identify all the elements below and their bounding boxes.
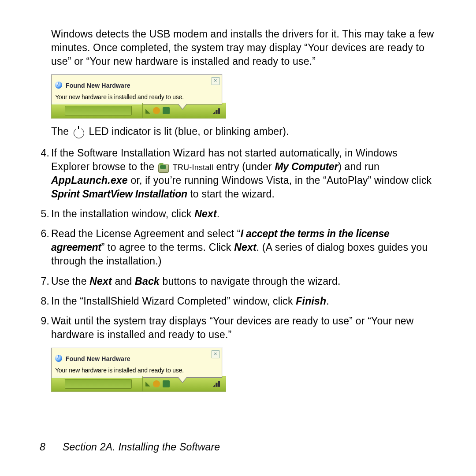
tray-icon [163, 380, 170, 387]
list-item: 4. If the Software Installation Wizard h… [40, 146, 436, 201]
intro-paragraph: Windows detects the USB modem and instal… [51, 27, 436, 68]
taskbar: ◣ [51, 103, 226, 119]
found-hardware-screenshot: × Found New Hardware Your new hardware i… [51, 348, 436, 392]
notification-balloon: × Found New Hardware Your new hardware i… [51, 348, 222, 378]
close-icon[interactable]: × [212, 77, 219, 85]
balloon-title: Found New Hardware [66, 355, 130, 362]
taskbar-app-button [65, 106, 132, 115]
taskbar-clock-area [207, 376, 226, 391]
signal-icon [213, 108, 220, 114]
list-item: 6. Read the License Agreement and select… [40, 227, 436, 268]
taskbar-app-button [65, 379, 132, 389]
close-icon[interactable]: × [212, 350, 219, 358]
led-line: The LED indicator is lit (blue, or blink… [51, 125, 436, 138]
balloon-title: Found New Hardware [66, 82, 130, 89]
list-item: 7. Use the Next and Back buttons to navi… [40, 275, 436, 288]
taskbar: ◣ [51, 376, 226, 392]
balloon-message: Your new hardware is installed and ready… [55, 366, 218, 375]
signal-icon [213, 381, 220, 387]
list-item: 9. Wait until the system tray displays “… [40, 314, 436, 342]
tray-icon: ◣ [145, 379, 150, 388]
page-footer: 8Section 2A. Installing the Software [40, 440, 220, 454]
balloon-message: Your new hardware is installed and ready… [55, 93, 218, 101]
tray-icon [153, 107, 160, 114]
tray-icon: ◣ [145, 107, 150, 115]
notification-balloon: × Found New Hardware Your new hardware i… [51, 74, 222, 104]
taskbar-clock-area [207, 103, 226, 118]
page-number: 8 [40, 440, 63, 454]
info-icon [55, 82, 62, 89]
drive-icon [158, 164, 169, 173]
found-hardware-screenshot: × Found New Hardware Your new hardware i… [51, 74, 436, 119]
tray-icon [163, 107, 170, 114]
system-tray: ◣ [143, 376, 207, 391]
tray-icon [153, 380, 160, 387]
list-item: 5. In the installation window, click Nex… [40, 207, 436, 221]
list-item: 8. In the “InstallShield Wizard Complete… [40, 294, 436, 308]
system-tray: ◣ [143, 103, 207, 118]
info-icon [55, 355, 62, 362]
power-led-icon [74, 128, 84, 138]
